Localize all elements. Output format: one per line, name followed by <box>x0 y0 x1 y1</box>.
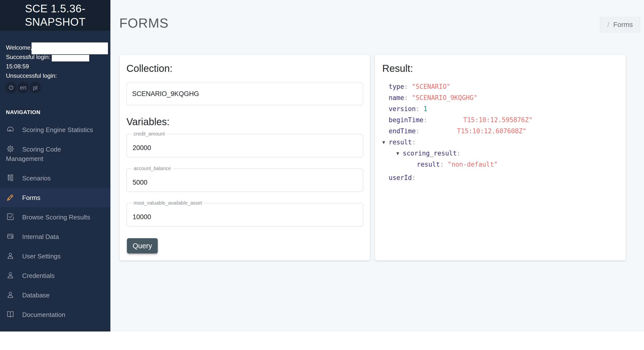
json-row-version: version: 1 <box>382 103 532 114</box>
collapse-triangle-icon[interactable]: ▼ <box>382 137 385 148</box>
json-row-end-time: endTime:T15:10:12.607608Z" <box>382 126 532 137</box>
variable-field-account-balance: account_balance <box>126 168 363 192</box>
variables-heading: Variables: <box>126 116 170 127</box>
language-en-button[interactable]: en <box>18 82 29 93</box>
sidebar-item-scoring-engine-statistics[interactable]: Scoring Engine Statistics <box>0 120 110 139</box>
sidebar-action-buttons: en pl <box>6 82 43 93</box>
gauge-icon <box>6 125 15 134</box>
user-icon <box>6 290 15 299</box>
check-square-icon <box>6 212 15 221</box>
breadcrumb: / Forms <box>600 17 640 33</box>
hard-drive-icon <box>6 232 15 241</box>
sidebar: SCE 1.5.36-SNAPSHOT Welcome, Successful … <box>0 0 110 331</box>
language-pl-button[interactable]: pl <box>30 82 41 93</box>
sidebar-item-browse-scoring-results[interactable]: Browse Scoring Results <box>0 207 110 227</box>
sidebar-item-scenarios[interactable]: Scenarios <box>0 168 110 188</box>
sidebar-item-scoring-code-management[interactable]: Scoring Code Management <box>0 139 110 168</box>
sidebar-item-database[interactable]: Database <box>0 285 110 305</box>
collection-heading: Collection: <box>126 63 172 74</box>
main-content: FORMS / Forms Collection: Variables: cre… <box>110 0 644 331</box>
credit-amount-input[interactable] <box>127 134 363 157</box>
json-row-begin-time: beginTime:T15:10:12.595876Z" <box>382 114 532 126</box>
power-icon <box>8 84 14 91</box>
unsuccessful-login-label: Unsuccessful login: <box>6 71 57 80</box>
ruler-pencil-icon <box>6 173 15 182</box>
sidebar-item-forms[interactable]: Forms <box>0 188 110 207</box>
gear-icon <box>6 144 15 153</box>
variable-field-most-valuable-available-asset: most_valuable_available_asset <box>126 203 363 226</box>
sidebar-header: SCE 1.5.36-SNAPSHOT <box>0 0 110 31</box>
sidebar-nav: Scoring Engine Statistics Scoring Code M… <box>0 120 110 324</box>
result-panel: Result: type: "SCENARIO" name: "SCENARIO… <box>375 55 626 260</box>
sidebar-item-internal-data[interactable]: Internal Data <box>0 227 110 246</box>
query-button[interactable]: Query <box>127 238 158 254</box>
collapse-triangle-icon[interactable]: ▼ <box>396 148 399 159</box>
json-row-name: name: "SCENARIO_9KQGHG" <box>382 92 532 103</box>
user-icon <box>6 271 15 280</box>
user-icon <box>6 251 15 260</box>
book-icon <box>6 310 15 319</box>
sidebar-item-user-settings[interactable]: User Settings <box>0 246 110 266</box>
json-row-user-id: userId: <box>382 172 532 184</box>
most-valuable-available-asset-input[interactable] <box>127 203 363 226</box>
collection-panel: Collection: Variables: credit_amount acc… <box>120 55 370 260</box>
redaction-box-username <box>32 43 108 54</box>
redaction-box-login-date <box>52 55 89 61</box>
json-row-scoring-result: ▼scoring_result: <box>382 148 532 159</box>
login-time: 15:08:59 <box>6 62 57 71</box>
breadcrumb-current: Forms <box>613 21 633 29</box>
collection-input[interactable] <box>126 83 363 105</box>
pen-icon <box>6 193 15 202</box>
account-balance-input[interactable] <box>127 169 363 192</box>
page-title: FORMS <box>119 15 168 31</box>
power-button[interactable] <box>6 82 17 93</box>
navigation-heading: NAVIGATION <box>6 109 40 115</box>
result-heading: Result: <box>382 63 413 74</box>
json-result-viewer: type: "SCENARIO" name: "SCENARIO_9KQGHG"… <box>382 81 532 184</box>
json-row-type: type: "SCENARIO" <box>382 81 532 92</box>
variable-field-credit-amount: credit_amount <box>126 134 363 157</box>
sidebar-item-credentials[interactable]: Credentials <box>0 266 110 285</box>
json-row-result: ▼result: <box>382 137 532 148</box>
app-root: SCE 1.5.36-SNAPSHOT Welcome, Successful … <box>0 0 644 350</box>
breadcrumb-separator: / <box>607 21 609 29</box>
json-row-scoring-result-value: result: "non-default" <box>382 159 532 170</box>
sidebar-item-documentation[interactable]: Documentation <box>0 305 110 324</box>
app-title: SCE 1.5.36-SNAPSHOT <box>6 2 104 28</box>
